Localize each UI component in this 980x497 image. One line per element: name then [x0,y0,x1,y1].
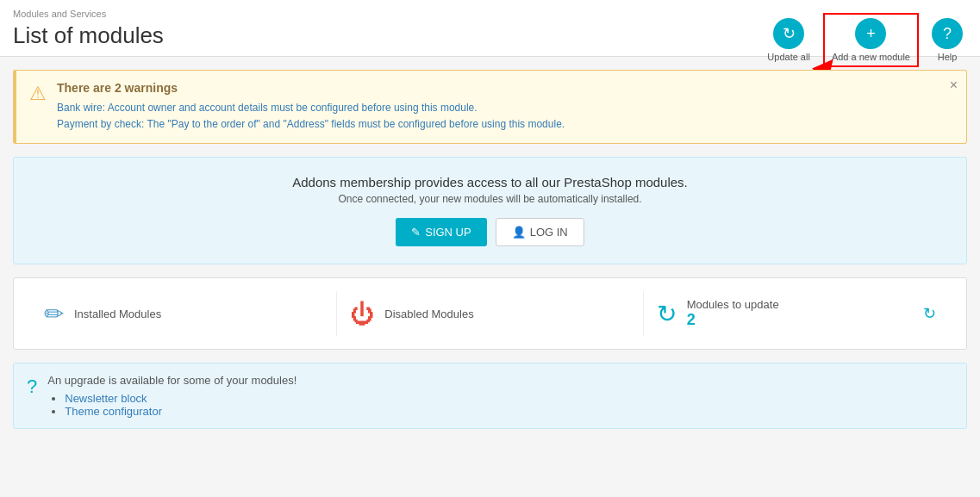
refresh-button[interactable]: ↻ [923,304,936,323]
update-modules-stat: ↻ Modules to update 2 ↻ [643,291,949,336]
signup-button[interactable]: ✎ SIGN UP [396,218,486,246]
warning-line1[interactable]: Bank wire: Account owner and account det… [57,100,565,116]
add-module-icon: + [855,18,886,49]
upgrade-content: An upgrade is available for some of your… [47,374,296,418]
addons-buttons: ✎ SIGN UP 👤 LOG IN [27,218,953,246]
disabled-icon: ⏻ [350,300,374,328]
installed-icon: ✏ [44,300,64,328]
help-icon: ? [932,18,963,49]
upgrade-module2: Theme configurator [65,405,296,418]
update-modules-label: Modules to update [687,298,779,311]
disabled-modules-stat: ⏻ Disabled Modules [336,291,642,336]
login-label: LOG IN [530,226,568,239]
warning-close-button[interactable]: × [950,78,958,93]
upgrade-title: An upgrade is available for some of your… [47,374,296,387]
update-all-icon: ↻ [773,18,804,49]
warning-title: There are 2 warnings [57,81,565,95]
addons-title: Addons membership provides access to all… [27,175,953,189]
warning-content: There are 2 warnings Bank wire: Account … [57,81,565,133]
warning-box: ⚠ There are 2 warnings Bank wire: Accoun… [13,70,967,144]
main-content: ⚠ There are 2 warnings Bank wire: Accoun… [0,57,980,442]
update-modules-icon: ↻ [657,300,677,328]
addons-box: Addons membership provides access to all… [13,157,967,264]
update-modules-value: 2 [687,311,779,329]
installed-modules-stat: ✏ Installed Modules [31,291,336,336]
upgrade-module1: Newsletter block [65,392,296,405]
login-icon: 👤 [512,226,526,239]
stats-row: ✏ Installed Modules ⏻ Disabled Modules ↻… [13,277,967,350]
upgrade-icon: ? [27,376,37,398]
disabled-label: Disabled Modules [384,308,473,320]
warning-icon: ⚠ [29,83,47,105]
module1-link[interactable]: Newsletter block [65,392,147,405]
signup-icon: ✎ [411,226,421,239]
installed-label: Installed Modules [74,308,161,320]
addons-subtitle: Once connected, your new modules will be… [27,193,953,205]
login-button[interactable]: 👤 LOG IN [496,218,584,246]
upgrade-box: ? An upgrade is available for some of yo… [13,363,967,429]
module2-link[interactable]: Theme configurator [65,405,162,418]
signup-label: SIGN UP [425,226,471,239]
warning-line2[interactable]: Payment by check: The "Pay to the order … [57,116,565,133]
upgrade-modules-list: Newsletter block Theme configurator [47,392,296,418]
